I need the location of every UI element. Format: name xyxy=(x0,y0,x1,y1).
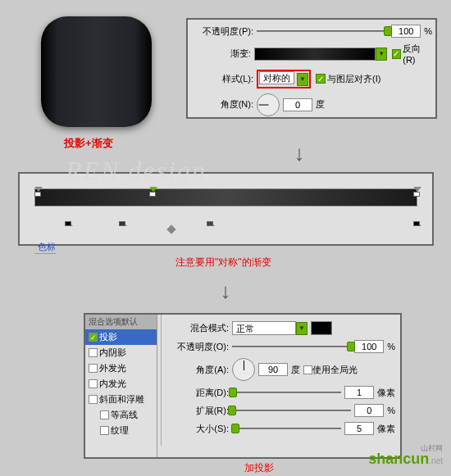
shadow-color-swatch[interactable] xyxy=(311,321,332,335)
gradient-editor-panel: 色标 xyxy=(18,172,434,246)
style-item-texture[interactable]: 纹理 xyxy=(85,423,157,438)
caption-shadow-gradient: 投影+渐变 xyxy=(64,136,113,151)
gradient-dropdown-icon[interactable]: ▼ xyxy=(376,48,387,61)
styles-header: 混合选项默认 xyxy=(85,315,157,329)
angle-label: 角度(N): xyxy=(191,98,257,111)
checkbox-icon[interactable] xyxy=(89,379,98,388)
global-light-label: 使用全局光 xyxy=(312,364,358,376)
degree-label: 度 xyxy=(316,98,325,111)
opacity-label: 不透明度(P): xyxy=(191,25,257,38)
style-item-innerglow[interactable]: 内发光 xyxy=(85,376,157,392)
size-label: 大小(S): xyxy=(170,423,232,435)
blend-label: 混合模式: xyxy=(170,322,232,334)
checkbox-on-icon[interactable]: ✓ xyxy=(89,333,98,342)
style-item-dropshadow[interactable]: ✓投影 xyxy=(85,329,157,345)
opacity-input[interactable] xyxy=(391,25,421,38)
style-item-innershadow[interactable]: 内阴影 xyxy=(85,345,157,360)
spread-label: 扩展(R): xyxy=(170,405,232,417)
arrow-down-icon: ↓ xyxy=(294,141,305,166)
gradient-bar[interactable] xyxy=(34,188,417,206)
global-light-checkbox[interactable] xyxy=(303,365,312,374)
gradient-overlay-panel: 不透明度(P): % 渐变: ▼ ✓ 反向(R) 样式(L): 对称的 ▼ ✓ … xyxy=(186,18,437,119)
style-item-contour[interactable]: 等高线 xyxy=(85,407,157,423)
checkbox-icon[interactable] xyxy=(89,395,98,404)
gradient-label: 渐变: xyxy=(191,48,254,60)
style-dropdown-icon[interactable]: ▼ xyxy=(297,73,308,86)
align-label: 与图层对齐(I) xyxy=(327,73,380,85)
style-dropdown[interactable]: 对称的 xyxy=(259,71,294,84)
p3-angle-label: 角度(A): xyxy=(170,364,232,376)
checkbox-icon[interactable] xyxy=(89,364,98,373)
spread-slider[interactable] xyxy=(232,405,351,416)
checkbox-icon[interactable] xyxy=(100,410,109,419)
note-symmetric: 注意要用"对称"的渐变 xyxy=(175,256,271,270)
divider xyxy=(161,315,162,446)
align-checkbox[interactable]: ✓ xyxy=(316,74,326,84)
p3-angle-input[interactable] xyxy=(258,363,288,376)
p3-angle-dial[interactable] xyxy=(232,358,255,381)
arrow-down-icon: ↓ xyxy=(221,279,231,304)
caption-dropshadow: 加投影 xyxy=(244,461,274,475)
distance-label: 距离(D): xyxy=(170,387,232,399)
angle-input[interactable] xyxy=(283,98,312,111)
p3-opacity-slider[interactable] xyxy=(232,341,351,352)
reverse-checkbox[interactable]: ✓ xyxy=(392,49,402,59)
distance-input[interactable] xyxy=(344,386,374,399)
gradient-track[interactable] xyxy=(34,188,417,229)
blend-mode-dropdown[interactable]: 正常 xyxy=(232,321,296,335)
stops-label: 色标 xyxy=(34,241,56,254)
size-slider[interactable] xyxy=(232,423,341,434)
percent-label: % xyxy=(424,26,432,36)
brand-watermark: 山村网 shancun.net xyxy=(368,446,443,468)
size-input[interactable] xyxy=(344,422,374,435)
opacity-slider[interactable] xyxy=(257,25,388,37)
distance-slider[interactable] xyxy=(232,387,341,398)
checkbox-icon[interactable] xyxy=(100,426,109,435)
p3-opacity-input[interactable] xyxy=(354,340,384,353)
p3-opacity-label: 不透明度(O): xyxy=(170,341,232,353)
drop-shadow-panel: 混合选项默认 ✓投影 内阴影 外发光 内发光 斜面和浮雕 等高线 纹理 混合模式… xyxy=(84,313,402,459)
gradient-swatch[interactable] xyxy=(254,48,376,61)
style-highlight: 对称的 ▼ xyxy=(257,70,311,88)
reverse-label: 反向(R) xyxy=(403,43,432,65)
blend-dropdown-icon[interactable]: ▼ xyxy=(296,322,308,335)
angle-dial[interactable] xyxy=(257,93,280,116)
style-item-outerglow[interactable]: 外发光 xyxy=(85,360,157,376)
drop-shadow-settings: 混合模式: 正常 ▼ 不透明度(O): % 角度(A): 度 使用全局光 距离(… xyxy=(165,315,400,457)
style-item-bevel[interactable]: 斜面和浮雕 xyxy=(85,392,157,407)
icon-preview xyxy=(41,16,152,127)
spread-input[interactable] xyxy=(354,404,384,417)
styles-list: 混合选项默认 ✓投影 内阴影 外发光 内发光 斜面和浮雕 等高线 纹理 xyxy=(85,315,157,457)
checkbox-icon[interactable] xyxy=(89,348,98,357)
style-label: 样式(L): xyxy=(191,73,257,85)
